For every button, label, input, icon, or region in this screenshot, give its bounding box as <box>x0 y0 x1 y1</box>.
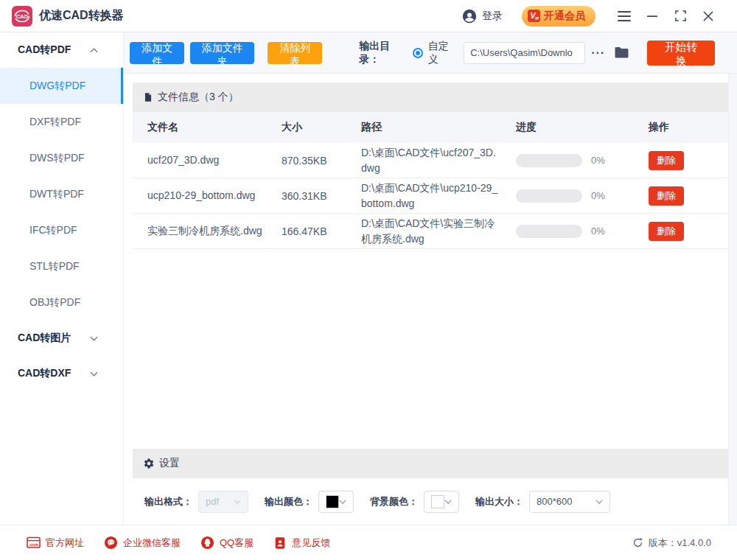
delete-button[interactable]: 删除 <box>649 151 684 170</box>
chevron-down-icon <box>339 500 346 504</box>
col-action: 操作 <box>649 121 713 134</box>
file-name: ucp210-29_bottom.dwg <box>147 188 282 203</box>
progress-bar <box>516 189 582 203</box>
output-path-input[interactable] <box>464 42 585 64</box>
browse-more-button[interactable]: ··· <box>591 46 605 60</box>
group-label: CAD转DXF <box>18 367 71 380</box>
add-folder-button[interactable]: 添加文件夹 <box>190 42 254 64</box>
chevron-down-icon <box>90 336 98 341</box>
wechat-support-link[interactable]: 企业微信客服 <box>104 536 181 550</box>
sidebar-group-cad-to-dxf[interactable]: CAD转DXF <box>0 356 123 391</box>
output-format-label: 输出格式： <box>144 495 192 508</box>
sidebar: CAD转PDF DWG转PDF DXF转PDF DWS转PDF DWT转PDF … <box>0 32 124 525</box>
titlebar: CAD 优速CAD转换器 登录 VIP 开通会员 <box>0 0 737 32</box>
sidebar-item-stl-to-pdf[interactable]: STL转PDF <box>0 248 123 284</box>
file-path: D:\桌面\CAD文件\ucp210-29_bottom.dwg <box>361 181 516 211</box>
custom-radio[interactable] <box>413 48 423 58</box>
wechat-icon <box>104 536 118 550</box>
progress-bar <box>516 154 582 167</box>
group-label: CAD转PDF <box>18 43 71 57</box>
output-format-select: pdf <box>198 491 248 513</box>
svg-text:IP: IP <box>535 16 539 21</box>
file-path: D:\桌面\CAD文件\实验三制冷机房系统.dwg <box>361 216 516 246</box>
menu-button[interactable] <box>612 5 637 27</box>
minimize-button[interactable] <box>640 5 665 27</box>
version-label: 版本：v1.4.0.0 <box>649 536 711 550</box>
svg-text:CAD: CAD <box>16 13 29 19</box>
file-list-area: 文件信息（3 个） 文件名 大小 路径 进度 操作 ucf207_3D.dwg … <box>124 74 737 449</box>
settings-bar: 设置 <box>133 449 728 478</box>
bg-color-label: 背景颜色： <box>370 495 418 508</box>
output-dir-label: 输出目录： <box>359 40 404 66</box>
file-info-bar: 文件信息（3 个） <box>133 83 728 112</box>
delete-button[interactable]: 删除 <box>649 222 684 241</box>
login-button[interactable]: 登录 <box>461 8 503 24</box>
file-path: D:\桌面\CAD文件\ucf207_3D.dwg <box>361 145 516 175</box>
table-row: ucf207_3D.dwg 870.35KB D:\桌面\CAD文件\ucf20… <box>133 143 728 178</box>
scrollbar[interactable] <box>728 74 737 525</box>
sidebar-item-obj-to-pdf[interactable]: OBJ转PDF <box>0 284 123 321</box>
progress-percent: 0% <box>591 190 605 201</box>
clear-list-button[interactable]: 清除列表 <box>268 42 322 64</box>
qq-support-link[interactable]: QQ客服 <box>200 536 254 550</box>
maximize-button[interactable] <box>668 5 693 27</box>
toolbar: 添加文件 添加文件夹 清除列表 输出目录： 自定义 ··· 开始转换 <box>124 32 737 74</box>
refresh-icon[interactable] <box>632 537 643 548</box>
file-name: ucf207_3D.dwg <box>147 153 282 167</box>
vip-label: 开通会员 <box>544 10 585 23</box>
progress-percent: 0% <box>591 225 605 237</box>
version-info: 版本：v1.4.0.0 <box>632 536 711 550</box>
chevron-down-icon <box>90 371 98 377</box>
file-name: 实验三制冷机房系统.dwg <box>147 223 282 238</box>
settings-row: 输出格式： pdf 输出颜色： 背景颜色： 输出大小： 800*600 <box>133 478 728 525</box>
color-swatch <box>326 495 339 508</box>
table-row: 实验三制冷机房系统.dwg 166.47KB D:\桌面\CAD文件\实验三制冷… <box>133 214 728 249</box>
settings-section: 设置 输出格式： pdf 输出颜色： 背景颜色： 输出大小： <box>124 449 737 525</box>
output-size-label: 输出大小： <box>475 495 523 508</box>
col-filename: 文件名 <box>147 121 282 134</box>
feedback-link[interactable]: 意见反馈 <box>273 536 330 550</box>
sidebar-item-dwg-to-pdf[interactable]: DWG转PDF <box>0 68 123 104</box>
file-size: 360.31KB <box>282 190 361 202</box>
app-logo-icon: CAD <box>12 6 32 27</box>
chevron-up-icon <box>90 48 98 53</box>
vip-badge-icon: VIP <box>528 10 540 22</box>
bg-color-select[interactable] <box>424 491 459 513</box>
sidebar-item-dws-to-pdf[interactable]: DWS转PDF <box>0 140 123 176</box>
open-folder-button[interactable] <box>614 46 629 59</box>
app-title: 优速CAD转换器 <box>39 8 124 24</box>
sidebar-item-ifc-to-pdf[interactable]: IFC转PDF <box>0 212 123 248</box>
color-swatch <box>431 495 444 508</box>
website-icon: .com <box>27 536 41 549</box>
file-info-title: 文件信息（3 个） <box>158 91 239 104</box>
output-size-select[interactable]: 800*600 <box>529 491 610 513</box>
sidebar-item-dxf-to-pdf[interactable]: DXF转PDF <box>0 104 123 140</box>
official-website-link[interactable]: .com 官方网址 <box>27 536 84 550</box>
svg-text:.com: .com <box>29 542 38 547</box>
add-file-button[interactable]: 添加文件 <box>130 42 184 64</box>
sidebar-group-cad-to-pdf[interactable]: CAD转PDF <box>0 32 123 68</box>
col-size: 大小 <box>282 121 361 134</box>
output-color-select[interactable] <box>318 491 354 513</box>
group-label: CAD转图片 <box>18 332 71 345</box>
open-vip-button[interactable]: VIP 开通会员 <box>522 6 595 27</box>
chevron-down-icon <box>595 500 603 504</box>
footer: .com 官方网址 企业微信客服 QQ客服 意见反馈 版本：v1.4.0.0 <box>0 525 737 560</box>
chevron-down-icon <box>234 500 241 504</box>
sidebar-group-cad-to-image[interactable]: CAD转图片 <box>0 321 123 356</box>
user-avatar-icon <box>461 8 478 24</box>
start-convert-button[interactable]: 开始转换 <box>647 41 715 66</box>
progress-percent: 0% <box>591 155 605 166</box>
login-label: 登录 <box>482 10 503 23</box>
col-progress: 进度 <box>516 121 649 134</box>
col-path: 路径 <box>361 121 516 134</box>
delete-button[interactable]: 删除 <box>649 186 684 206</box>
table-header: 文件名 大小 路径 进度 操作 <box>133 112 728 143</box>
document-icon <box>143 92 153 102</box>
sidebar-item-dwt-to-pdf[interactable]: DWT转PDF <box>0 176 123 212</box>
file-size: 870.35KB <box>282 155 361 167</box>
chevron-down-icon <box>444 500 452 504</box>
close-button[interactable] <box>696 5 721 27</box>
file-size: 166.47KB <box>282 225 361 237</box>
settings-title: 设置 <box>159 457 180 470</box>
